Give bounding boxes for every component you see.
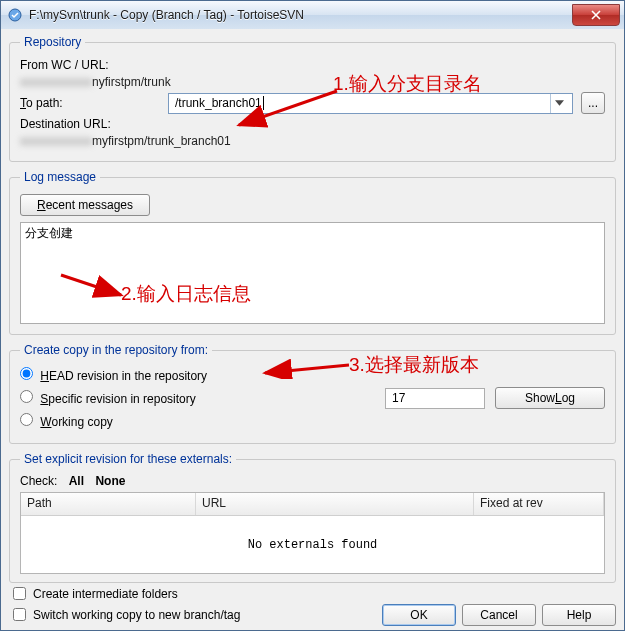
help-button[interactable]: Help (542, 604, 616, 626)
col-path[interactable]: Path (21, 493, 196, 515)
create-copy-group: Create copy in the repository from: HEAD… (9, 343, 616, 444)
revision-number-input[interactable] (385, 388, 485, 409)
switch-wc-checkbox[interactable] (13, 608, 26, 621)
from-wc-value: xxxxxxxxxxxxnyfirstpm/trunk (20, 75, 605, 89)
titlebar[interactable]: F:\mySvn\trunk - Copy (Branch / Tag) - T… (1, 1, 624, 30)
close-button[interactable] (572, 4, 620, 26)
create-intermediate-label: Create intermediate folders (33, 587, 178, 601)
log-message-legend: Log message (20, 170, 100, 184)
specific-revision-radio-input[interactable] (20, 390, 33, 403)
externals-check-all[interactable]: All (69, 474, 84, 488)
destination-url-value: xxxxxxxxxxxxmyfirstpm/trunk_branch01 (20, 134, 605, 148)
browse-button[interactable]: ... (581, 92, 605, 114)
dialog-window: F:\mySvn\trunk - Copy (Branch / Tag) - T… (0, 0, 625, 631)
to-path-input[interactable]: /trunk_branch01 (168, 93, 573, 114)
log-message-group: Log message Recent messages 分支创建 (9, 170, 616, 335)
create-copy-legend: Create copy in the repository from: (20, 343, 212, 357)
recent-messages-button[interactable]: Recent messages (20, 194, 150, 216)
externals-legend: Set explicit revision for these external… (20, 452, 236, 466)
col-fixed[interactable]: Fixed at rev (474, 493, 604, 515)
externals-check-none[interactable]: None (95, 474, 125, 488)
create-intermediate-checkbox[interactable] (13, 587, 26, 600)
cancel-button[interactable]: Cancel (462, 604, 536, 626)
externals-table: Path URL Fixed at rev No externals found (20, 492, 605, 574)
app-icon (7, 7, 23, 23)
working-copy-radio[interactable]: Working copy (20, 413, 113, 429)
client-area: Repository From WC / URL: xxxxxxxxxxxxny… (1, 29, 624, 630)
externals-table-header: Path URL Fixed at rev (21, 493, 604, 516)
col-url[interactable]: URL (196, 493, 474, 515)
log-message-textarea[interactable]: 分支创建 (20, 222, 605, 324)
ok-button[interactable]: OK (382, 604, 456, 626)
repository-legend: Repository (20, 35, 85, 49)
externals-empty-text: No externals found (21, 516, 604, 573)
repository-group: Repository From WC / URL: xxxxxxxxxxxxny… (9, 35, 616, 162)
head-revision-radio-input[interactable] (20, 367, 33, 380)
from-wc-label: From WC / URL: (20, 58, 160, 72)
working-copy-radio-input[interactable] (20, 413, 33, 426)
switch-wc-label: Switch working copy to new branch/tag (33, 608, 240, 622)
to-path-combo[interactable]: /trunk_branch01 (168, 93, 573, 114)
text-caret (263, 96, 264, 110)
externals-check-toolbar: Check: All None (20, 474, 605, 488)
specific-revision-radio[interactable]: Specific revision in repository (20, 390, 196, 406)
window-title: F:\mySvn\trunk - Copy (Branch / Tag) - T… (29, 8, 572, 22)
show-log-button[interactable]: Show Log (495, 387, 605, 409)
head-revision-radio[interactable]: HEAD revision in the repository (20, 367, 207, 383)
externals-group: Set explicit revision for these external… (9, 452, 616, 583)
to-path-label: To path: (20, 96, 160, 110)
to-path-dropdown-icon[interactable] (550, 94, 568, 113)
bottom-bar: Create intermediate folders Switch worki… (9, 582, 616, 626)
destination-url-label: Destination URL: (20, 117, 160, 131)
